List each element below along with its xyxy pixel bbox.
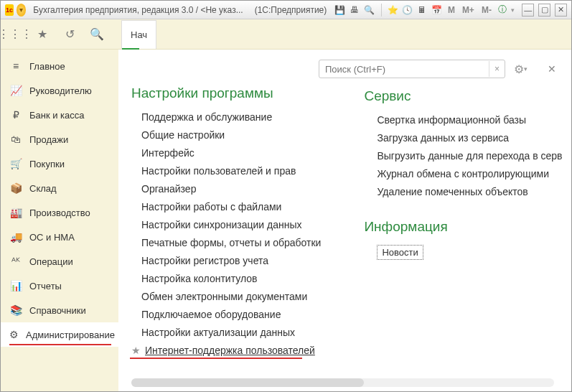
sidebar-item-production[interactable]: 🏭Производство [1, 200, 118, 225]
link-print[interactable]: Печатные формы, отчеты и обработки [131, 237, 321, 248]
history-icon[interactable]: 🕓 [402, 3, 413, 17]
star-icon: ★ [131, 345, 141, 356]
sidebar-item-warehouse[interactable]: 📦Склад [1, 176, 118, 200]
m-plus-button[interactable]: M+ [460, 5, 477, 15]
sidebar-item-label: Руководителю [29, 85, 92, 96]
books-icon: 📚 [9, 304, 22, 316]
apps-icon[interactable]: ⋮⋮⋮ [6, 26, 24, 43]
calc-icon[interactable]: 🖩 [416, 3, 428, 17]
factory-icon: 🏭 [9, 207, 22, 218]
link-devices[interactable]: Подключаемое оборудование [131, 309, 321, 320]
search-icon[interactable]: 🔍 [88, 26, 106, 43]
ops-icon: ᴬᴷ [9, 256, 22, 267]
sidebar-item-bank[interactable]: ₽Банк и касса [1, 103, 118, 127]
sidebar-item-label: Продажи [29, 134, 68, 145]
gear-icon: ⚙ [9, 329, 19, 340]
link-svc-export[interactable]: Выгрузить данные для перехода в серв [364, 150, 562, 162]
calendar-icon[interactable]: 📅 [431, 3, 442, 17]
star-icon[interactable]: ★ [34, 26, 51, 43]
link-support[interactable]: Поддержка и обслуживание [131, 111, 321, 123]
reload-icon[interactable]: ↺ [61, 26, 78, 43]
search-field[interactable]: × [319, 60, 505, 78]
toolbar: ⋮⋮⋮ ★ ↺ 🔍 Нач [1, 19, 571, 50]
save-icon[interactable]: 💾 [334, 3, 345, 17]
sidebar-item-label: Справочники [29, 305, 86, 316]
search-input[interactable] [319, 64, 489, 75]
m-button[interactable]: M [446, 5, 457, 15]
info-heading: Информация [364, 219, 562, 235]
link-users[interactable]: Настройки пользователей и прав [131, 165, 321, 177]
link-interface[interactable]: Интерфейс [131, 147, 321, 159]
print-icon[interactable]: 🖶 [349, 3, 360, 17]
minimize-button[interactable]: — [522, 4, 534, 17]
sidebar-item-purchases[interactable]: 🛒Покупки [1, 151, 118, 176]
link-registers[interactable]: Настройки регистров учета [131, 255, 321, 266]
sidebar-item-label: Отчеты [29, 281, 62, 291]
link-svc-rollup[interactable]: Свертка информационной базы [364, 114, 562, 126]
link-news[interactable]: Новости [377, 245, 423, 260]
bag-icon: 🛍 [9, 134, 22, 145]
scrollbar-thumb[interactable] [131, 378, 364, 387]
preview-icon[interactable]: 🔍 [363, 3, 375, 17]
truck-icon: 🚚 [9, 231, 22, 243]
separator [381, 4, 382, 17]
sidebar-item-label: Покупки [29, 159, 65, 169]
link-svc-load[interactable]: Загрузка данных из сервиса [364, 132, 562, 144]
ruble-icon: ₽ [9, 109, 22, 121]
sidebar-item-label: Склад [29, 183, 57, 194]
link-edoc[interactable]: Обмен электронными документами [131, 291, 321, 302]
active-underline [9, 344, 111, 345]
link-organizer[interactable]: Органайзер [131, 183, 321, 195]
settings-gear-icon[interactable]: ⚙▾ [511, 60, 530, 78]
info-icon[interactable]: ⓘ [497, 3, 508, 17]
sidebar-item-admin[interactable]: ⚙Администрирование [1, 322, 118, 347]
sidebar-item-manager[interactable]: 📈Руководителю [1, 78, 118, 103]
internet-support-row: ★ Интернет-поддержка пользователей [131, 345, 321, 356]
sidebar-item-sales[interactable]: 🛍Продажи [1, 127, 118, 151]
maximize-button[interactable]: ▢ [538, 4, 550, 17]
link-svc-delete[interactable]: Удаление помеченных объектов [364, 186, 562, 197]
link-svc-journal[interactable]: Журнал обмена с контролирующими [364, 168, 562, 179]
sidebar-item-operations[interactable]: ᴬᴷОперации [1, 249, 118, 274]
service-heading: Сервис [364, 88, 562, 104]
link-internet-support[interactable]: Интернет-поддержка пользователей [145, 345, 315, 356]
sidebar-item-label: Администрирование [26, 330, 115, 340]
sidebar-item-label: Банк и касса [29, 110, 85, 121]
bars-icon: 📊 [9, 280, 22, 291]
sidebar-item-label: Производство [29, 207, 90, 218]
chevron-down-icon[interactable]: ▾ [511, 6, 515, 14]
app-1c-icon: 1c [5, 4, 14, 16]
link-general[interactable]: Общие настройки [131, 129, 321, 141]
box-icon: 📦 [9, 182, 22, 194]
sidebar-item-label: Операции [29, 256, 73, 267]
horizontal-scrollbar[interactable] [131, 378, 554, 387]
sidebar: ≡Главное 📈Руководителю ₽Банк и касса 🛍Пр… [1, 50, 118, 392]
titlebar: 1c ▾ Бухгалтерия предприятия, редакция 3… [1, 1, 571, 19]
settings-link-list: Поддержка и обслуживание Общие настройки… [131, 111, 321, 338]
link-sync[interactable]: Настройки синхронизации данных [131, 219, 321, 230]
chart-icon: 📈 [9, 85, 22, 96]
clear-icon[interactable]: × [489, 61, 505, 77]
window-subtitle: (1С:Предприятие) [255, 5, 327, 15]
dropdown-icon[interactable]: ▾ [17, 4, 26, 17]
close-panel-icon[interactable]: ✕ [543, 60, 561, 78]
cart-icon: 🛒 [9, 158, 22, 169]
link-actualize[interactable]: Настройки актуализации данных [131, 327, 321, 338]
settings-heading: Настройки программы [131, 85, 321, 101]
sidebar-item-label: ОС и НМА [29, 232, 75, 243]
tab-start[interactable]: Нач [121, 20, 156, 49]
close-button[interactable]: ✕ [555, 4, 567, 17]
sidebar-item-refs[interactable]: 📚Справочники [1, 298, 118, 322]
sidebar-item-reports[interactable]: 📊Отчеты [1, 274, 118, 298]
link-headers[interactable]: Настройка колонтитулов [131, 273, 321, 284]
service-link-list: Свертка информационной базы Загрузка дан… [364, 114, 562, 197]
sidebar-item-label: Главное [29, 61, 65, 72]
window-title: Бухгалтерия предприятия, редакция 3.0 / … [33, 5, 243, 15]
favorite-icon[interactable]: ⭐ [387, 3, 398, 17]
highlight-underline [130, 358, 302, 359]
m-minus-button[interactable]: M- [479, 5, 494, 15]
link-files[interactable]: Настройки работы с файлами [131, 201, 321, 213]
sidebar-item-main[interactable]: ≡Главное [1, 54, 118, 78]
sidebar-item-assets[interactable]: 🚚ОС и НМА [1, 225, 118, 249]
content-panel: × ⚙▾ ✕ Настройки программы Поддержка и о… [118, 50, 571, 392]
